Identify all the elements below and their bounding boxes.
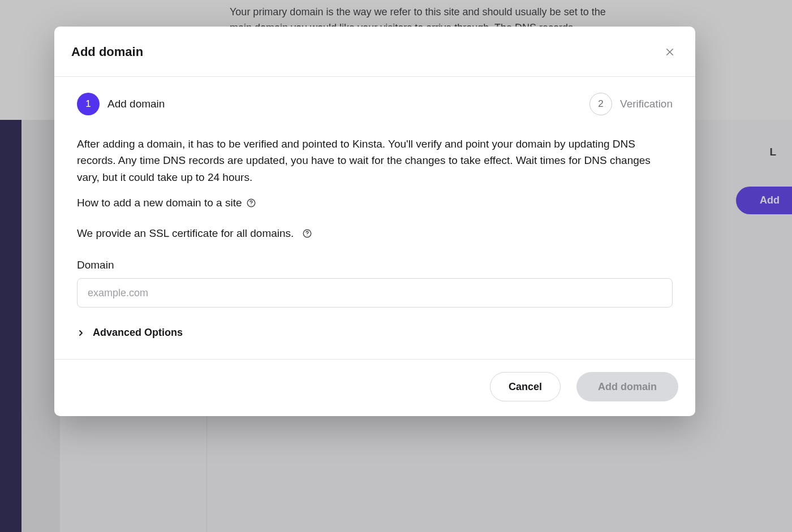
chevron-right-icon: [77, 329, 85, 337]
close-button[interactable]: [661, 44, 678, 60]
domain-label: Domain: [77, 259, 673, 271]
svg-point-5: [307, 235, 308, 236]
advanced-options-toggle[interactable]: Advanced Options: [77, 327, 183, 339]
info-paragraph: After adding a domain, it has to be veri…: [77, 136, 673, 185]
domain-input[interactable]: [77, 278, 673, 308]
modal-header: Add domain: [54, 27, 695, 77]
modal-footer: Cancel Add domain: [54, 359, 695, 416]
ssl-info-text: We provide an SSL certificate for all do…: [77, 227, 294, 240]
stepper: 1 Add domain 2 Verification: [77, 93, 673, 115]
close-icon: [665, 47, 675, 57]
modal-title: Add domain: [71, 45, 143, 59]
svg-point-3: [251, 205, 251, 205]
ssl-info: We provide an SSL certificate for all do…: [77, 227, 673, 240]
advanced-options-label: Advanced Options: [93, 327, 183, 339]
cancel-button[interactable]: Cancel: [490, 372, 561, 401]
step-2-label: Verification: [620, 98, 673, 110]
add-domain-button[interactable]: Add domain: [576, 372, 678, 401]
how-to-link-text: How to add a new domain to a site: [77, 197, 242, 209]
how-to-link[interactable]: How to add a new domain to a site: [77, 197, 257, 209]
modal-body: 1 Add domain 2 Verification After adding…: [54, 77, 695, 359]
step-1-label: Add domain: [107, 98, 165, 110]
step-1: 1 Add domain: [77, 93, 165, 115]
step-1-badge: 1: [77, 93, 100, 115]
step-2-badge: 2: [589, 93, 612, 115]
add-domain-modal: Add domain 1 Add domain 2 Verification A…: [54, 27, 695, 416]
step-2: 2 Verification: [589, 93, 673, 115]
help-icon: [246, 197, 257, 209]
help-icon[interactable]: [302, 228, 313, 239]
